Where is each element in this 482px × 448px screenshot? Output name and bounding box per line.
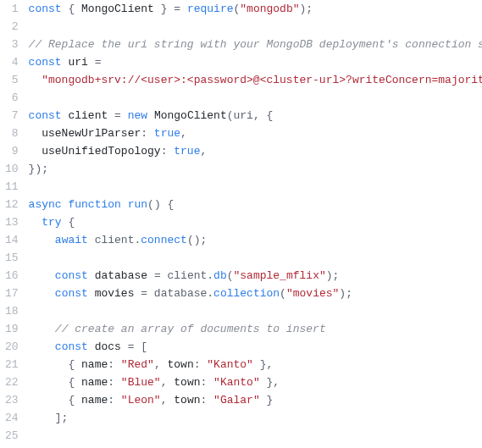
token-pun: client. <box>88 234 141 246</box>
token-pun <box>88 287 95 300</box>
token-str: "Leon" <box>121 394 161 407</box>
token-pun: , <box>154 358 168 371</box>
token-str: "Galar" <box>213 394 260 407</box>
token-pun: : <box>108 376 121 389</box>
code-line: const docs = [ <box>29 338 482 356</box>
token-str: "mongodb" <box>240 3 299 15</box>
token-pun <box>29 74 42 86</box>
token-str: "Kanto" <box>213 376 260 389</box>
token-str: "Blue" <box>121 376 161 389</box>
token-pun: }); <box>29 163 48 175</box>
token-fn: require <box>187 3 234 15</box>
token-str: "movies" <box>286 287 339 300</box>
token-prop: useUnifiedTopology <box>42 145 160 158</box>
line-number: 1 <box>5 0 19 18</box>
code-line: ]; <box>29 409 482 427</box>
token-pun: ); <box>326 269 340 282</box>
token-bool: true <box>154 127 180 140</box>
code-line: // create an array of documents to inser… <box>29 320 482 338</box>
code-line <box>29 249 482 267</box>
token-pun <box>88 340 95 353</box>
token-pun: }, <box>253 358 273 371</box>
code-line: }); <box>29 160 482 178</box>
token-prop: name <box>81 394 108 407</box>
token-pun: ( <box>227 269 234 282</box>
token-pun: = database. <box>134 287 213 300</box>
token-fn: db <box>213 269 227 282</box>
line-number: 25 <box>5 427 19 445</box>
token-prop: name <box>81 358 108 371</box>
line-number: 23 <box>5 391 19 409</box>
line-number: 2 <box>5 18 19 36</box>
token-kw: function <box>68 198 120 211</box>
line-number: 7 <box>5 107 19 124</box>
line-number: 6 <box>5 89 19 107</box>
token-pun: }, <box>260 376 280 389</box>
code-line <box>29 178 482 196</box>
code-line <box>29 427 482 445</box>
code-area: const { MongoClient } = require("mongodb… <box>29 0 482 445</box>
token-kw: const <box>55 340 88 353</box>
token-pun <box>29 323 55 335</box>
token-kw: const <box>29 56 62 69</box>
token-id: movies <box>95 287 135 300</box>
code-line: "mongodb+srv://<user>:<password>@<cluste… <box>29 71 482 89</box>
token-id: uri <box>68 56 87 69</box>
token-prop: town <box>167 358 193 371</box>
line-number: 18 <box>5 302 19 320</box>
token-kw: const <box>55 269 88 282</box>
token-pun: = [ <box>121 340 147 353</box>
token-kw: new <box>128 109 147 122</box>
token-prop: useNewUrlParser <box>42 127 141 140</box>
line-number: 20 <box>5 338 19 356</box>
code-line: async function run() { <box>29 196 482 213</box>
code-line: { name: "Red", town: "Kanto" }, <box>29 356 482 373</box>
token-pun: { <box>29 358 81 371</box>
token-pun: (); <box>187 234 207 246</box>
token-pun: : <box>201 394 214 407</box>
code-line: const uri = <box>29 53 482 71</box>
token-kw: await <box>55 234 88 246</box>
token-id: client <box>68 109 108 122</box>
line-number: 22 <box>5 373 19 391</box>
line-number: 15 <box>5 249 19 267</box>
token-fn: collection <box>213 287 280 300</box>
line-number: 10 <box>5 160 19 178</box>
code-line: { name: "Leon", town: "Galar" } <box>29 391 482 409</box>
token-pun: = client. <box>147 269 213 282</box>
token-fn: run <box>128 198 147 211</box>
line-number: 9 <box>5 142 19 160</box>
token-pun: : <box>141 127 154 140</box>
token-prop: name <box>81 376 108 389</box>
token-id: MongoClient <box>154 109 227 122</box>
token-kw: const <box>55 287 88 300</box>
token-pun <box>121 198 128 211</box>
token-pun: : <box>161 145 175 158</box>
token-pun: ); <box>300 3 313 15</box>
code-line: useNewUrlParser: true, <box>29 124 482 142</box>
code-line: const client = new MongoClient(uri, { <box>29 107 482 124</box>
line-number: 4 <box>5 53 19 71</box>
token-id: database <box>95 269 147 282</box>
line-number: 16 <box>5 267 19 285</box>
token-pun: : <box>194 358 208 371</box>
line-number: 12 <box>5 196 19 213</box>
code-line: await client.connect(); <box>29 231 482 249</box>
token-pun <box>88 269 95 282</box>
token-pun: = <box>88 56 102 69</box>
token-pun: { <box>62 216 75 229</box>
code-line: useUnifiedTopology: true, <box>29 142 482 160</box>
token-cmt: // create an array of documents to inser… <box>55 323 326 335</box>
token-pun <box>29 269 55 282</box>
line-number: 24 <box>5 409 19 427</box>
code-line <box>29 89 482 107</box>
token-kw: const <box>29 109 62 122</box>
token-pun: } <box>260 394 274 407</box>
token-str: "Red" <box>121 358 154 371</box>
token-pun <box>29 340 55 353</box>
token-pun: { <box>62 3 81 15</box>
token-pun: ]; <box>29 412 69 424</box>
line-number: 17 <box>5 285 19 302</box>
token-str: "mongodb+srv://<user>:<password>@<cluste… <box>42 74 482 86</box>
token-pun: { <box>29 376 81 389</box>
